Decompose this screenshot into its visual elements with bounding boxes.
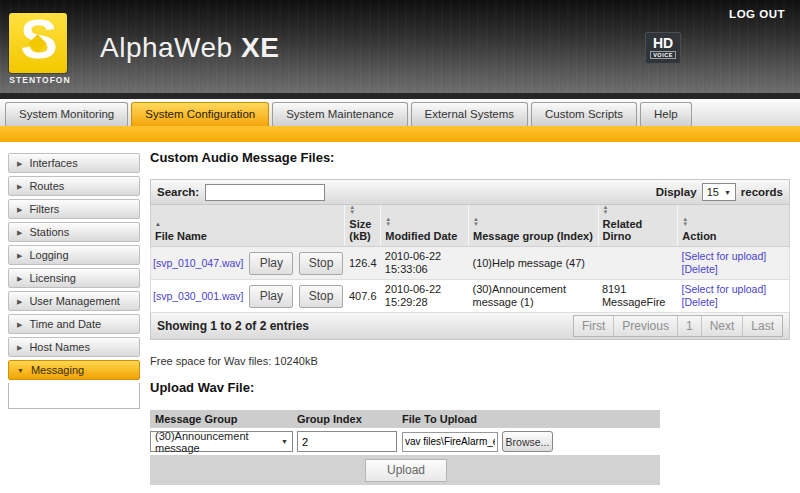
- upload-form-footer: Upload: [150, 455, 660, 485]
- sidebar-item-label: Host Names: [29, 341, 90, 353]
- sidebar-item-logging[interactable]: ▶Logging: [8, 245, 140, 265]
- sidebar-item-label: Filters: [29, 203, 59, 215]
- upload-button[interactable]: Upload: [365, 459, 447, 482]
- tab-system-monitoring[interactable]: System Monitoring: [5, 102, 128, 126]
- search-input[interactable]: [205, 184, 325, 201]
- modified-date-cell: 2010-06-22 15:29:28: [381, 281, 469, 311]
- sidebar-item-user-management[interactable]: ▶User Management: [8, 291, 140, 311]
- group-index-label: Group Index: [297, 413, 402, 425]
- dropdown-arrow-icon: ▼: [281, 438, 288, 445]
- column-header-size[interactable]: ▲▼ Size (kB): [344, 205, 380, 246]
- triangle-right-icon: ▶: [17, 275, 22, 282]
- display-count-select[interactable]: 15 ▼: [702, 183, 736, 201]
- upload-section-heading: Upload Wav File:: [150, 380, 790, 395]
- table-row: [svp_030_001.wav] Play Stop 407.6 2010-0…: [150, 280, 790, 313]
- tab-system-configuration[interactable]: System Configuration: [131, 102, 269, 126]
- upload-form-inputs: (30)Announcement message ▼ Browse...: [150, 428, 660, 455]
- title-regular: AlphaWeb: [100, 32, 241, 63]
- column-label: Modified Date: [385, 230, 464, 242]
- page-section-heading: Custom Audio Message Files:: [150, 150, 790, 166]
- free-space-text: Free space for Wav files: 10240kB: [150, 355, 790, 367]
- tab-help[interactable]: Help: [640, 102, 692, 126]
- pagination-next-button[interactable]: Next: [701, 316, 743, 336]
- date-value: 2010-06-22: [385, 250, 465, 263]
- sidebar-item-label: Routes: [29, 180, 64, 192]
- pagination-previous-button[interactable]: Previous: [613, 316, 677, 336]
- tab-external-systems[interactable]: External Systems: [411, 102, 528, 126]
- sort-both-icon: ▲▼: [603, 205, 674, 215]
- sidebar-item-label: Logging: [29, 249, 68, 261]
- sidebar-item-label: Messaging: [31, 364, 84, 376]
- main-tab-bar: System Monitoring System Configuration S…: [0, 99, 800, 126]
- date-value: 2010-06-22: [385, 283, 465, 296]
- pagination-page-1-button[interactable]: 1: [677, 316, 701, 336]
- play-button[interactable]: Play: [249, 285, 293, 308]
- tab-custom-scripts[interactable]: Custom Scripts: [531, 102, 637, 126]
- sidebar-item-stations[interactable]: ▶Stations: [8, 222, 140, 242]
- select-for-upload-link[interactable]: [Select for upload]: [682, 250, 785, 263]
- stop-button[interactable]: Stop: [299, 252, 343, 275]
- sidebar-item-label: Interfaces: [29, 157, 77, 169]
- sort-both-icon: ▲▼: [473, 217, 594, 227]
- message-group-cell: (30)Announcement message (1): [468, 281, 597, 311]
- app-header: S STENTOFON AlphaWeb XE LOG OUT HD VOICE: [0, 0, 800, 93]
- size-cell: 126.4: [345, 255, 381, 272]
- file-to-upload-input[interactable]: [402, 432, 498, 452]
- play-button[interactable]: Play: [249, 252, 293, 275]
- action-cell: [Select for upload] [Delete]: [678, 281, 789, 311]
- logo-square-icon: S: [9, 13, 67, 73]
- column-label: Action: [682, 230, 785, 242]
- message-group-select[interactable]: (30)Announcement message ▼: [150, 431, 293, 452]
- messaging-submenu-panel: [8, 383, 140, 409]
- main-content: Custom Audio Message Files: Search: Disp…: [150, 150, 790, 485]
- hd-voice-badge: HD VOICE: [645, 32, 681, 64]
- column-header-modified-date[interactable]: ▲▼ Modified Date: [380, 205, 468, 246]
- pagination-last-button[interactable]: Last: [742, 316, 782, 336]
- time-value: 15:33:06: [385, 263, 465, 276]
- logout-link[interactable]: LOG OUT: [729, 8, 785, 20]
- tab-system-maintenance[interactable]: System Maintenance: [272, 102, 407, 126]
- sort-ascending-icon: ▲: [155, 221, 340, 227]
- message-group-cell: (10)Help message (47): [468, 255, 597, 272]
- sidebar-item-filters[interactable]: ▶Filters: [8, 199, 140, 219]
- display-label: Display: [656, 186, 697, 198]
- select-for-upload-link[interactable]: [Select for upload]: [682, 283, 785, 296]
- delete-link[interactable]: [Delete]: [682, 263, 785, 276]
- file-to-upload-label: File To Upload: [402, 413, 660, 425]
- column-header-action[interactable]: ▲▼ Action: [677, 205, 789, 246]
- sidebar-item-label: Stations: [29, 226, 69, 238]
- triangle-right-icon: ▶: [17, 206, 22, 213]
- table-header-row: ▲ File Name ▲▼ Size (kB) ▲▼ Modified Dat…: [150, 205, 790, 247]
- sidebar-item-time-and-date[interactable]: ▶Time and Date: [8, 314, 140, 334]
- records-label: records: [741, 186, 783, 198]
- pagination: First Previous 1 Next Last: [573, 315, 783, 337]
- group-index-input[interactable]: [297, 431, 397, 452]
- sidebar-item-licensing[interactable]: ▶Licensing: [8, 268, 140, 288]
- browse-button[interactable]: Browse...: [502, 431, 553, 452]
- sidebar-item-interfaces[interactable]: ▶Interfaces: [8, 153, 140, 173]
- triangle-right-icon: ▶: [17, 321, 22, 328]
- action-cell: [Select for upload] [Delete]: [678, 248, 789, 278]
- sidebar-nav: ▶Interfaces ▶Routes ▶Filters ▶Stations ▶…: [8, 153, 140, 409]
- sidebar-item-messaging[interactable]: ▼Messaging: [8, 360, 140, 380]
- alphaweb-page: S STENTOFON AlphaWeb XE LOG OUT HD VOICE…: [0, 0, 800, 493]
- column-label: File Name: [155, 230, 340, 242]
- sort-both-icon: ▲▼: [385, 217, 464, 227]
- message-group-label: Message Group: [150, 413, 297, 425]
- sidebar-item-host-names[interactable]: ▶Host Names: [8, 337, 140, 357]
- file-link[interactable]: [svp_030_001.wav]: [153, 290, 243, 303]
- stop-button[interactable]: Stop: [299, 285, 343, 308]
- column-header-related-dirno[interactable]: ▲▼ Related Dirno: [598, 205, 678, 246]
- delete-link[interactable]: [Delete]: [682, 296, 785, 309]
- column-header-message-group[interactable]: ▲▼ Message group (Index): [468, 205, 598, 246]
- file-link[interactable]: [svp_010_047.wav]: [153, 257, 243, 270]
- column-label: Size (kB): [349, 218, 376, 242]
- sidebar-item-label: Licensing: [29, 272, 75, 284]
- table-row: [svp_010_047.wav] Play Stop 126.4 2010-0…: [150, 247, 790, 280]
- pagination-first-button[interactable]: First: [574, 316, 613, 336]
- column-header-file-name[interactable]: ▲ File Name: [151, 205, 344, 246]
- sidebar-item-routes[interactable]: ▶Routes: [8, 176, 140, 196]
- sidebar-item-label: User Management: [29, 295, 120, 307]
- page-title: AlphaWeb XE: [100, 32, 279, 64]
- dropdown-arrow-icon: ▼: [724, 189, 731, 196]
